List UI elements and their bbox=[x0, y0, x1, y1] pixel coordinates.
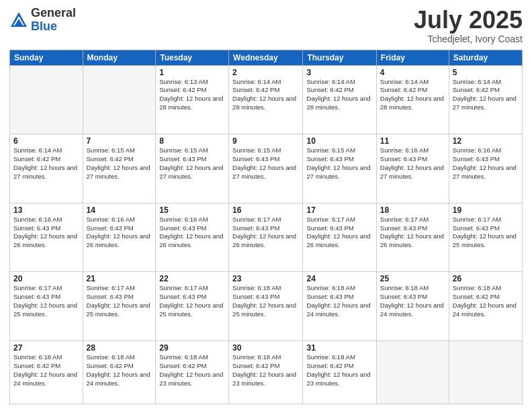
calendar-cell: 8Sunrise: 6:15 AM Sunset: 6:43 PM Daylig… bbox=[156, 134, 229, 203]
logo-general: General bbox=[31, 7, 76, 20]
calendar-cell: 23Sunrise: 6:18 AM Sunset: 6:43 PM Dayli… bbox=[229, 272, 303, 341]
calendar-cell bbox=[449, 341, 522, 404]
day-info: Sunrise: 6:16 AM Sunset: 6:43 PM Dayligh… bbox=[159, 216, 225, 250]
day-number: 7 bbox=[87, 136, 152, 146]
day-info: Sunrise: 6:16 AM Sunset: 6:43 PM Dayligh… bbox=[380, 146, 445, 181]
day-number: 12 bbox=[453, 136, 519, 146]
day-info: Sunrise: 6:18 AM Sunset: 6:42 PM Dayligh… bbox=[306, 353, 372, 387]
day-number: 15 bbox=[159, 205, 225, 215]
calendar-cell: 19Sunrise: 6:17 AM Sunset: 6:43 PM Dayli… bbox=[449, 203, 522, 272]
day-info: Sunrise: 6:14 AM Sunset: 6:42 PM Dayligh… bbox=[306, 78, 372, 112]
calendar: SundayMondayTuesdayWednesdayThursdayFrid… bbox=[9, 50, 523, 404]
calendar-cell: 21Sunrise: 6:17 AM Sunset: 6:43 PM Dayli… bbox=[83, 272, 156, 341]
calendar-cell: 5Sunrise: 6:14 AM Sunset: 6:42 PM Daylig… bbox=[449, 65, 522, 134]
day-number: 26 bbox=[453, 274, 519, 283]
week-row-3: 13Sunrise: 6:16 AM Sunset: 6:43 PM Dayli… bbox=[10, 203, 523, 272]
calendar-cell: 7Sunrise: 6:15 AM Sunset: 6:42 PM Daylig… bbox=[83, 134, 156, 203]
day-info: Sunrise: 6:18 AM Sunset: 6:43 PM Dayligh… bbox=[232, 284, 299, 318]
week-row-5: 27Sunrise: 6:18 AM Sunset: 6:42 PM Dayli… bbox=[10, 341, 523, 404]
week-row-2: 6Sunrise: 6:14 AM Sunset: 6:42 PM Daylig… bbox=[10, 134, 523, 203]
day-number: 13 bbox=[13, 205, 79, 215]
title-block: July 2025 Tchedjelet, Ivory Coast bbox=[414, 7, 523, 44]
day-info: Sunrise: 6:17 AM Sunset: 6:43 PM Dayligh… bbox=[306, 216, 372, 250]
calendar-cell: 14Sunrise: 6:16 AM Sunset: 6:43 PM Dayli… bbox=[83, 203, 156, 272]
day-number: 1 bbox=[159, 68, 225, 77]
day-info: Sunrise: 6:17 AM Sunset: 6:43 PM Dayligh… bbox=[453, 216, 519, 250]
calendar-cell bbox=[10, 65, 83, 134]
calendar-cell: 30Sunrise: 6:18 AM Sunset: 6:42 PM Dayli… bbox=[229, 341, 303, 404]
col-header-saturday: Saturday bbox=[449, 50, 522, 65]
calendar-cell: 22Sunrise: 6:17 AM Sunset: 6:43 PM Dayli… bbox=[156, 272, 229, 341]
calendar-cell: 28Sunrise: 6:18 AM Sunset: 6:42 PM Dayli… bbox=[83, 341, 156, 404]
week-row-1: 1Sunrise: 6:13 AM Sunset: 6:42 PM Daylig… bbox=[10, 65, 523, 134]
day-info: Sunrise: 6:15 AM Sunset: 6:43 PM Dayligh… bbox=[159, 146, 225, 181]
day-info: Sunrise: 6:18 AM Sunset: 6:42 PM Dayligh… bbox=[159, 353, 225, 387]
calendar-cell: 13Sunrise: 6:16 AM Sunset: 6:43 PM Dayli… bbox=[10, 203, 83, 272]
day-info: Sunrise: 6:16 AM Sunset: 6:43 PM Dayligh… bbox=[13, 216, 79, 250]
page: General Blue July 2025 Tchedjelet, Ivory… bbox=[0, 0, 532, 411]
day-info: Sunrise: 6:16 AM Sunset: 6:43 PM Dayligh… bbox=[453, 146, 519, 181]
logo-text: General Blue bbox=[31, 7, 76, 34]
calendar-cell: 26Sunrise: 6:18 AM Sunset: 6:42 PM Dayli… bbox=[449, 272, 522, 341]
day-number: 19 bbox=[453, 205, 519, 215]
calendar-cell: 31Sunrise: 6:18 AM Sunset: 6:42 PM Dayli… bbox=[303, 341, 376, 404]
calendar-cell bbox=[83, 65, 156, 134]
calendar-cell bbox=[376, 341, 449, 404]
day-number: 24 bbox=[306, 274, 372, 283]
day-number: 29 bbox=[159, 343, 225, 353]
calendar-cell: 9Sunrise: 6:15 AM Sunset: 6:43 PM Daylig… bbox=[229, 134, 303, 203]
day-number: 22 bbox=[159, 274, 225, 283]
day-number: 16 bbox=[232, 205, 299, 215]
day-number: 10 bbox=[306, 136, 372, 146]
calendar-cell: 16Sunrise: 6:17 AM Sunset: 6:43 PM Dayli… bbox=[229, 203, 303, 272]
day-info: Sunrise: 6:18 AM Sunset: 6:43 PM Dayligh… bbox=[380, 284, 445, 318]
header: General Blue July 2025 Tchedjelet, Ivory… bbox=[9, 7, 523, 44]
logo-blue: Blue bbox=[31, 20, 76, 34]
week-row-4: 20Sunrise: 6:17 AM Sunset: 6:43 PM Dayli… bbox=[10, 272, 523, 341]
calendar-cell: 24Sunrise: 6:18 AM Sunset: 6:43 PM Dayli… bbox=[303, 272, 376, 341]
day-info: Sunrise: 6:15 AM Sunset: 6:43 PM Dayligh… bbox=[306, 146, 372, 181]
calendar-cell: 12Sunrise: 6:16 AM Sunset: 6:43 PM Dayli… bbox=[449, 134, 522, 203]
logo-icon bbox=[9, 11, 28, 30]
day-info: Sunrise: 6:17 AM Sunset: 6:43 PM Dayligh… bbox=[232, 216, 299, 250]
day-number: 28 bbox=[87, 343, 152, 353]
day-number: 17 bbox=[306, 205, 372, 215]
col-header-tuesday: Tuesday bbox=[156, 50, 229, 65]
day-info: Sunrise: 6:17 AM Sunset: 6:43 PM Dayligh… bbox=[87, 284, 152, 318]
day-number: 8 bbox=[159, 136, 225, 146]
day-number: 5 bbox=[453, 68, 519, 77]
calendar-cell: 20Sunrise: 6:17 AM Sunset: 6:43 PM Dayli… bbox=[10, 272, 83, 341]
day-number: 3 bbox=[306, 68, 372, 77]
day-number: 9 bbox=[232, 136, 299, 146]
col-header-sunday: Sunday bbox=[10, 50, 83, 65]
day-number: 11 bbox=[380, 136, 445, 146]
day-info: Sunrise: 6:17 AM Sunset: 6:43 PM Dayligh… bbox=[13, 284, 79, 318]
day-info: Sunrise: 6:18 AM Sunset: 6:42 PM Dayligh… bbox=[87, 353, 152, 387]
header-row: SundayMondayTuesdayWednesdayThursdayFrid… bbox=[10, 50, 523, 65]
col-header-thursday: Thursday bbox=[303, 50, 376, 65]
day-number: 4 bbox=[380, 68, 445, 77]
calendar-cell: 1Sunrise: 6:13 AM Sunset: 6:42 PM Daylig… bbox=[156, 65, 229, 134]
day-number: 27 bbox=[13, 343, 79, 353]
calendar-cell: 18Sunrise: 6:17 AM Sunset: 6:43 PM Dayli… bbox=[376, 203, 449, 272]
col-header-wednesday: Wednesday bbox=[229, 50, 303, 65]
calendar-cell: 15Sunrise: 6:16 AM Sunset: 6:43 PM Dayli… bbox=[156, 203, 229, 272]
day-number: 18 bbox=[380, 205, 445, 215]
day-info: Sunrise: 6:13 AM Sunset: 6:42 PM Dayligh… bbox=[159, 78, 225, 112]
calendar-cell: 17Sunrise: 6:17 AM Sunset: 6:43 PM Dayli… bbox=[303, 203, 376, 272]
day-info: Sunrise: 6:14 AM Sunset: 6:42 PM Dayligh… bbox=[380, 78, 445, 112]
day-number: 6 bbox=[13, 136, 79, 146]
day-info: Sunrise: 6:14 AM Sunset: 6:42 PM Dayligh… bbox=[453, 78, 519, 112]
col-header-friday: Friday bbox=[376, 50, 449, 65]
calendar-cell: 10Sunrise: 6:15 AM Sunset: 6:43 PM Dayli… bbox=[303, 134, 376, 203]
day-info: Sunrise: 6:18 AM Sunset: 6:42 PM Dayligh… bbox=[13, 353, 79, 387]
day-info: Sunrise: 6:17 AM Sunset: 6:43 PM Dayligh… bbox=[380, 216, 445, 250]
calendar-cell: 27Sunrise: 6:18 AM Sunset: 6:42 PM Dayli… bbox=[10, 341, 83, 404]
day-info: Sunrise: 6:14 AM Sunset: 6:42 PM Dayligh… bbox=[232, 78, 299, 112]
col-header-monday: Monday bbox=[83, 50, 156, 65]
calendar-cell: 11Sunrise: 6:16 AM Sunset: 6:43 PM Dayli… bbox=[376, 134, 449, 203]
day-number: 21 bbox=[87, 274, 152, 283]
day-info: Sunrise: 6:15 AM Sunset: 6:43 PM Dayligh… bbox=[232, 146, 299, 181]
calendar-cell: 2Sunrise: 6:14 AM Sunset: 6:42 PM Daylig… bbox=[229, 65, 303, 134]
day-number: 23 bbox=[232, 274, 299, 283]
